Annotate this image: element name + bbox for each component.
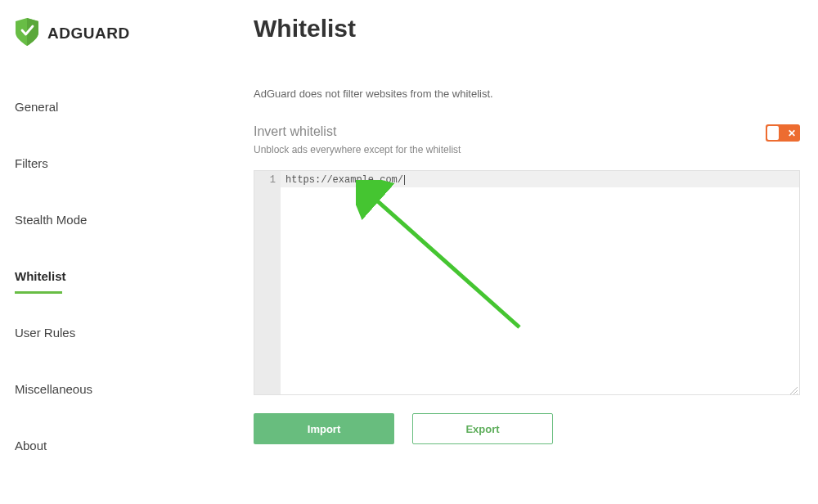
invert-whitelist-title: Invert whitelist xyxy=(254,124,461,139)
invert-whitelist-description: Unblock ads everywhere except for the wh… xyxy=(254,144,461,155)
sidebar-item-miscellaneous[interactable]: Miscellaneous xyxy=(15,376,92,402)
invert-whitelist-toggle[interactable]: ✕ xyxy=(766,124,800,142)
brand-name: ADGUARD xyxy=(47,25,130,43)
resize-handle-icon[interactable] xyxy=(789,384,798,394)
editor-line: https://example.com/ xyxy=(285,174,403,186)
import-button[interactable]: Import xyxy=(254,413,394,444)
sidebar-item-whitelist[interactable]: Whitelist xyxy=(15,263,66,289)
brand-logo: ADGUARD xyxy=(15,18,213,49)
sidebar-item-about[interactable]: About xyxy=(15,433,47,458)
invert-whitelist-option: Invert whitelist Unblock ads everywhere … xyxy=(254,124,800,155)
close-icon: ✕ xyxy=(788,128,796,138)
export-button[interactable]: Export xyxy=(412,413,553,444)
shield-check-icon xyxy=(15,18,39,49)
svg-line-0 xyxy=(790,387,798,394)
sidebar-item-user-rules[interactable]: User Rules xyxy=(15,320,75,345)
page-title: Whitelist xyxy=(254,15,800,43)
sidebar-item-filters[interactable]: Filters xyxy=(15,151,48,176)
page-description: AdGuard does not filter websites from th… xyxy=(254,88,800,100)
svg-line-2 xyxy=(797,394,798,394)
whitelist-editor[interactable]: 1 https://example.com/ xyxy=(254,170,800,395)
editor-gutter: 1 xyxy=(254,171,281,394)
line-number: 1 xyxy=(254,174,276,186)
text-cursor xyxy=(404,175,405,185)
editor-content[interactable]: https://example.com/ xyxy=(281,171,799,394)
sidebar-item-general[interactable]: General xyxy=(15,94,58,119)
sidebar-item-stealth-mode[interactable]: Stealth Mode xyxy=(15,207,87,232)
